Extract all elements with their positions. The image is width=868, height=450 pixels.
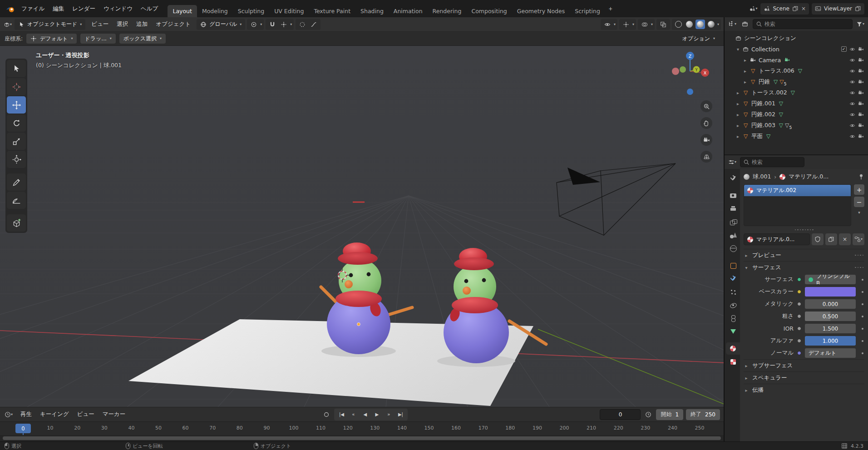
transport-jump-end-button[interactable]: ▶| (395, 410, 406, 420)
fake-user-button[interactable] (812, 233, 824, 245)
snapping-controls[interactable]: ▾ (266, 19, 294, 30)
camera-visibility-toggle[interactable] (857, 134, 865, 139)
shading-wireframe-button[interactable] (674, 20, 683, 29)
properties-tab-view-layer[interactable] (726, 216, 740, 228)
proportional-edit-icon[interactable] (297, 20, 307, 30)
xray-toggle[interactable] (656, 19, 670, 30)
panel-preview[interactable]: ▸ プレビュー (744, 249, 864, 261)
browse-scene-icon[interactable]: ▾ (749, 4, 758, 14)
panel-surface[interactable]: ▾ サーフェス (744, 261, 864, 273)
outliner-row-4[interactable]: ▸▽円錐▽▽5 (725, 76, 868, 87)
checkbox-toggle[interactable]: ✓ (839, 46, 848, 52)
expand-arrow-icon[interactable]: ▸ (742, 58, 749, 63)
collapse-arrow-icon[interactable]: ▾ (744, 265, 749, 270)
tool-add-cube-button[interactable] (7, 214, 26, 232)
unlink-material-button[interactable]: × (839, 233, 851, 245)
add-slot-button[interactable]: + (854, 184, 864, 195)
expand-arrow-icon[interactable]: ▸ (742, 69, 749, 74)
properties-search-input[interactable] (752, 159, 801, 165)
shading-rendered-button[interactable] (706, 20, 716, 29)
panel-specular[interactable]: ▸スペキュラー (744, 371, 864, 384)
snowman-right[interactable] (444, 248, 546, 363)
slot-specials-icon[interactable]: ▾ (858, 210, 860, 215)
navigation-gizmo[interactable]: Z Y X (669, 49, 711, 90)
breadcrumb-object[interactable]: 球.001 (753, 173, 771, 181)
timeline-menu-2[interactable]: ビュー (73, 409, 99, 420)
scene-selector[interactable]: Scene × (760, 3, 809, 15)
visibility-dropdown[interactable]: ▾ (601, 19, 617, 30)
copy-material-button[interactable] (825, 233, 837, 245)
timeline-menu-0[interactable]: 再生 (16, 409, 36, 420)
shading-solid-button[interactable] (685, 20, 694, 29)
properties-tab-world[interactable] (726, 242, 740, 254)
outliner-display-mode-button[interactable] (740, 19, 750, 29)
expand-arrow-icon[interactable]: ▸ (744, 388, 749, 393)
camera-visibility-toggle[interactable] (857, 79, 865, 85)
property-slider[interactable]: 0.500 (805, 312, 856, 321)
eye-visibility-toggle[interactable] (848, 134, 857, 139)
new-viewlayer-icon[interactable] (855, 5, 861, 12)
tool-select-box-button[interactable] (7, 60, 26, 77)
properties-search[interactable] (740, 157, 804, 167)
node-editor-toggle[interactable]: ▾ (853, 233, 864, 245)
property-dropdown[interactable]: プリンシプルB... (805, 275, 856, 284)
transport-play-reverse-button[interactable]: ◀ (360, 410, 370, 420)
timeline-menu-3[interactable]: マーカー (99, 409, 130, 420)
property-dropdown[interactable]: デフォルト (805, 348, 856, 358)
transport-jump-prev-key-button[interactable]: « (348, 410, 359, 420)
workspace-tab-texture-paint[interactable]: Texture Paint (309, 5, 355, 17)
tool-scale-button[interactable] (7, 133, 26, 150)
expand-arrow-icon[interactable]: ▸ (744, 376, 749, 381)
outliner-row-9[interactable]: ▸▽平面▽ (725, 131, 868, 142)
workspace-tab-modeling[interactable]: Modeling (197, 5, 233, 17)
camera-object[interactable] (557, 163, 676, 235)
topbar-menu-1[interactable]: 編集 (49, 3, 68, 15)
current-frame-marker[interactable]: 0 (15, 424, 31, 433)
outliner-row-3[interactable]: ▸▽トーラス.006▽ (725, 65, 868, 76)
material-name-field[interactable]: マテリアル.0... (744, 233, 810, 245)
outliner-row-5[interactable]: ▸▽トーラス.002▽ (725, 87, 868, 98)
property-slider[interactable]: 0.000 (805, 299, 856, 309)
new-scene-icon[interactable] (792, 5, 799, 12)
zoom-button[interactable] (700, 100, 712, 112)
properties-tab-scene[interactable] (726, 229, 740, 241)
topbar-menu-4[interactable]: ヘルプ (137, 3, 162, 15)
pan-button[interactable] (700, 117, 712, 129)
color-swatch[interactable] (805, 287, 856, 297)
camera-visibility-toggle[interactable] (857, 68, 865, 74)
tool-measure-button[interactable] (7, 192, 26, 209)
eye-visibility-toggle[interactable] (848, 68, 857, 74)
workspace-tab-geometry-nodes[interactable]: Geometry Nodes (512, 5, 570, 17)
properties-tab-particles[interactable] (726, 286, 740, 298)
transport-play-button[interactable]: ▶ (371, 410, 382, 420)
select-mode-dropdown[interactable]: ボックス選択▾ (119, 34, 166, 44)
properties-tab-texture[interactable] (726, 356, 740, 368)
workspace-tab-sculpting[interactable]: Sculpting (233, 5, 269, 17)
timeline-ruler[interactable]: 0102030405060708090100110120130140150160… (0, 421, 724, 435)
expand-arrow-icon[interactable]: ▸ (735, 90, 741, 95)
viewlayer-selector[interactable]: ViewLayer (812, 3, 864, 15)
tool-cursor-button[interactable] (7, 78, 26, 95)
viewport-3d[interactable]: ユーザー・透視投影 (0) シーンコレクション | 球.001 Z Y X (0, 46, 724, 407)
tool-rotate-button[interactable] (7, 114, 26, 132)
add-workspace-button[interactable]: + (605, 3, 616, 14)
gizmo-extra-ball[interactable] (687, 89, 693, 95)
workspace-tab-rendering[interactable]: Rendering (428, 5, 467, 17)
camera-view-button[interactable] (700, 134, 712, 146)
properties-tab-physics[interactable] (726, 299, 740, 311)
camera-visibility-toggle[interactable] (857, 101, 865, 107)
frame-start-field[interactable]: 開始1 (656, 409, 683, 420)
expand-arrow-icon[interactable]: ▸ (735, 112, 741, 117)
viewport-scene[interactable] (0, 46, 724, 407)
topbar-menu-0[interactable]: ファイル (17, 3, 49, 15)
expand-arrow-icon[interactable]: ▸ (735, 123, 741, 128)
properties-editor-type-button[interactable]: ▾ (727, 157, 737, 167)
auto-keying-toggle[interactable] (321, 410, 331, 420)
timeline-editor-type-button[interactable]: ▾ (4, 410, 14, 420)
outliner-row-0[interactable]: シーンコレクション (725, 33, 868, 44)
scrollbar-handle[interactable] (3, 436, 721, 440)
tool-annotate-button[interactable] (7, 173, 26, 191)
properties-tab-tool[interactable] (726, 172, 740, 184)
eye-visibility-toggle[interactable] (848, 101, 857, 107)
workspace-tab-uv-editing[interactable]: UV Editing (269, 5, 309, 17)
